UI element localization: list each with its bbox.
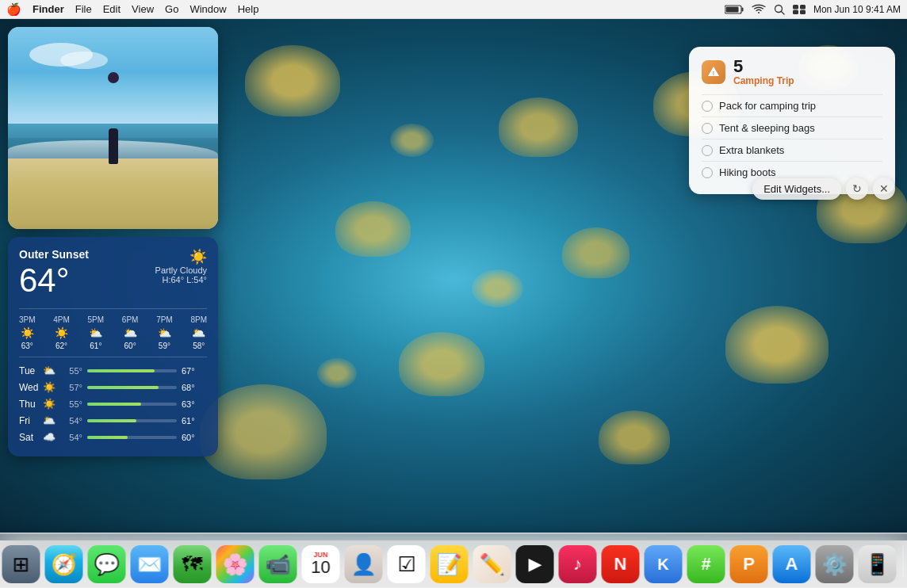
dock-item-reminders[interactable]: ☑ bbox=[388, 545, 426, 583]
close-icon: ✕ bbox=[879, 182, 889, 195]
forecast-row: Sat ☁️ 54° 60° bbox=[19, 429, 207, 445]
menubar-view[interactable]: View bbox=[132, 3, 154, 15]
weather-temperature: 64° bbox=[19, 262, 89, 299]
forecast-row: Thu ☀️ 55° 63° bbox=[19, 395, 207, 412]
menubar-app-name[interactable]: Finder bbox=[33, 3, 64, 15]
dock-item-contacts[interactable]: 👤 bbox=[345, 545, 383, 583]
dock-item-news[interactable]: N bbox=[602, 545, 640, 583]
dock-item-pages[interactable]: P bbox=[730, 545, 768, 583]
dock-item-launchpad[interactable]: ⊞ bbox=[2, 545, 40, 583]
appstore-a-icon: A bbox=[786, 554, 798, 575]
desktop: Outer Sunset 64° ☀️ Partly Cloudy H:64° … bbox=[0, 19, 907, 540]
widget-toolbar: Edit Widgets... ↻ ✕ bbox=[752, 178, 895, 200]
reminder-text: Extra blankets bbox=[719, 144, 784, 156]
weather-hour-item: 8PM🌥️58° bbox=[190, 315, 207, 350]
dock-item-facetime[interactable]: 📹 bbox=[259, 545, 297, 583]
widget-refresh-button[interactable]: ↻ bbox=[846, 178, 868, 200]
menubar-window[interactable]: Window bbox=[189, 3, 226, 15]
menubar-file[interactable]: File bbox=[75, 3, 92, 15]
svg-line-4 bbox=[781, 11, 784, 14]
dock-item-calendar[interactable]: JUN 10 bbox=[302, 545, 340, 583]
reminders-header: ! 5 Camping Trip bbox=[702, 58, 882, 86]
photo-widget bbox=[8, 27, 218, 229]
svg-text:!: ! bbox=[713, 71, 714, 76]
menubar-left: 🍎 Finder File Edit View Go Window Help bbox=[6, 2, 258, 17]
reminder-text: Hiking boots bbox=[719, 166, 776, 178]
notes-icon: 📝 bbox=[437, 552, 462, 577]
weather-sun-icon: ☀️ bbox=[155, 248, 207, 265]
dock-separator bbox=[903, 545, 904, 577]
dock-item-systemsettings[interactable]: ⚙️ bbox=[816, 545, 854, 583]
dock-item-appletv[interactable]: ▶ bbox=[516, 545, 554, 583]
svg-rect-2 bbox=[725, 6, 738, 12]
reminder-item[interactable]: Tent & sleeping bags bbox=[702, 116, 882, 139]
reminders-count: 5 bbox=[733, 58, 794, 75]
maps-icon: 🗺 bbox=[182, 552, 203, 577]
contacts-icon: 👤 bbox=[351, 552, 377, 577]
reminders-widget: ! 5 Camping Trip Pack for camping tripTe… bbox=[689, 47, 895, 194]
weather-hourly-row: 3PM☀️63°4PM☀️62°5PM⛅61°6PM🌥️60°7PM⛅59°8P… bbox=[19, 308, 207, 350]
weather-hour-item: 6PM🌥️60° bbox=[122, 315, 139, 350]
refresh-icon: ↻ bbox=[852, 182, 862, 195]
reminder-checkbox[interactable] bbox=[702, 167, 713, 178]
safari-icon: 🧭 bbox=[52, 552, 77, 577]
iphone-icon: 📱 bbox=[865, 552, 890, 577]
wifi-icon[interactable] bbox=[752, 4, 766, 14]
dock-item-keynote[interactable]: K bbox=[645, 545, 683, 583]
reminder-checkbox[interactable] bbox=[702, 145, 713, 156]
reminder-checkbox[interactable] bbox=[702, 123, 713, 134]
battery-icon[interactable] bbox=[725, 5, 744, 14]
menubar-help[interactable]: Help bbox=[238, 3, 259, 15]
facetime-icon: 📹 bbox=[266, 552, 291, 577]
reminders-list: Pack for camping tripTent & sleeping bag… bbox=[702, 94, 882, 183]
menubar-edit[interactable]: Edit bbox=[103, 3, 121, 15]
svg-rect-8 bbox=[800, 10, 806, 14]
pages-p-icon: P bbox=[743, 554, 755, 575]
weather-condition: Partly Cloudy H:64° L:54° bbox=[155, 265, 207, 284]
mail-icon: ✉️ bbox=[137, 552, 163, 577]
keynote-k-icon: K bbox=[657, 556, 668, 574]
dock-item-mail[interactable]: ✉️ bbox=[131, 545, 169, 583]
news-n-icon: N bbox=[614, 554, 627, 575]
search-icon[interactable] bbox=[774, 4, 785, 15]
reminder-item[interactable]: Pack for camping trip bbox=[702, 94, 882, 116]
dock-item-freeform[interactable]: ✏️ bbox=[473, 545, 511, 583]
numbers-icon: # bbox=[701, 554, 710, 575]
dock-item-notes[interactable]: 📝 bbox=[431, 545, 469, 583]
appletv-play-icon: ▶ bbox=[528, 554, 542, 575]
reminder-text: Tent & sleeping bags bbox=[719, 122, 815, 134]
menubar-right: Mon Jun 10 9:41 AM bbox=[725, 4, 901, 15]
dock-item-maps[interactable]: 🗺 bbox=[174, 545, 212, 583]
reminders-list-name: Camping Trip bbox=[733, 75, 794, 86]
reminder-item[interactable]: Extra blankets bbox=[702, 139, 882, 161]
dock-item-photos[interactable]: 🌸 bbox=[216, 545, 254, 583]
svg-rect-7 bbox=[793, 10, 798, 14]
dock-item-iphone[interactable]: 📱 bbox=[859, 545, 897, 583]
weather-hour-item: 7PM⛅59° bbox=[156, 315, 173, 350]
dock-item-appstore[interactable]: A bbox=[773, 545, 811, 583]
forecast-row: Wed ☀️ 57° 68° bbox=[19, 379, 207, 395]
launchpad-icon: ⊞ bbox=[13, 552, 30, 577]
dock-item-messages[interactable]: 💬 bbox=[88, 545, 126, 583]
menubar: 🍎 Finder File Edit View Go Window Help bbox=[0, 0, 907, 19]
widget-close-button[interactable]: ✕ bbox=[873, 178, 895, 200]
dock-item-numbers[interactable]: # bbox=[687, 545, 725, 583]
calendar-date-label: 10 bbox=[311, 559, 330, 576]
dock: :) ⊞🧭💬✉️🗺🌸📹 JUN 10 👤☑📝✏️▶♪NK#PA⚙️📱 bbox=[0, 533, 907, 588]
weather-forecast: Tue ⛅ 55° 67° Wed ☀️ 57° 68° Thu ☀️ 55° … bbox=[19, 357, 207, 445]
svg-rect-5 bbox=[793, 5, 798, 10]
messages-icon: 💬 bbox=[94, 552, 120, 577]
reminders-icon: ☑ bbox=[397, 552, 415, 577]
control-center-icon[interactable] bbox=[793, 5, 806, 14]
dock-item-safari[interactable]: 🧭 bbox=[45, 545, 83, 583]
menubar-go[interactable]: Go bbox=[165, 3, 178, 15]
dock-item-music[interactable]: ♪ bbox=[559, 545, 597, 583]
apple-logo-icon[interactable]: 🍎 bbox=[6, 2, 21, 17]
svg-rect-1 bbox=[741, 7, 743, 11]
reminder-text: Pack for camping trip bbox=[719, 100, 816, 112]
freeform-icon: ✏️ bbox=[480, 552, 505, 577]
edit-widgets-button[interactable]: Edit Widgets... bbox=[752, 178, 841, 200]
weather-widget: Outer Sunset 64° ☀️ Partly Cloudy H:64° … bbox=[8, 237, 218, 456]
forecast-row: Tue ⛅ 55° 67° bbox=[19, 362, 207, 379]
reminder-checkbox[interactable] bbox=[702, 101, 713, 112]
